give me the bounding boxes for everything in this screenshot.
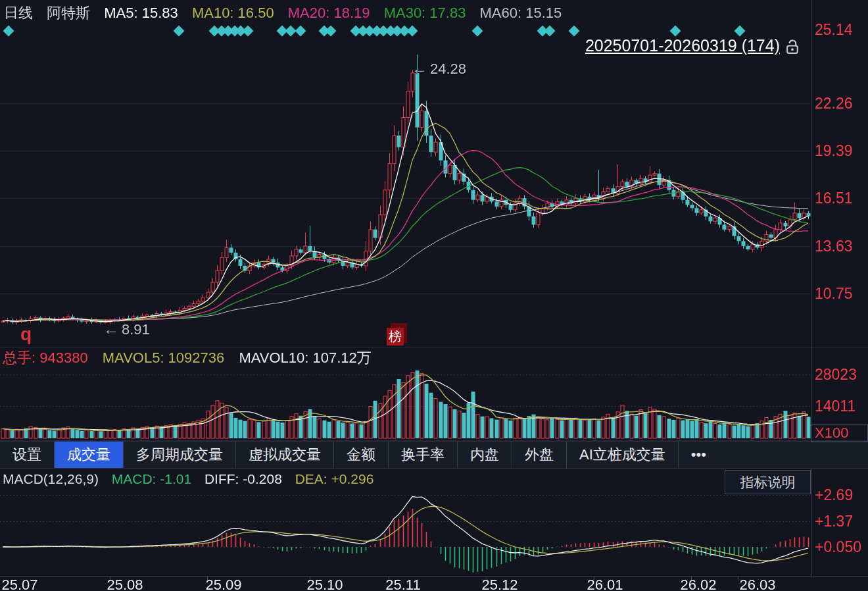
indicator-help-button[interactable]: 指标说明 xyxy=(725,470,811,494)
peak-price-value: 24.28 xyxy=(430,61,466,77)
volume-axis-label: 28023 xyxy=(815,366,857,384)
ma30-readout: MA30: 17.83 xyxy=(384,5,466,21)
time-axis-label: 26.02 xyxy=(680,577,716,591)
ranking-badge-label: 榜 xyxy=(387,328,404,346)
time-axis-label: 25.08 xyxy=(107,577,143,591)
time-axis-label: 26.01 xyxy=(587,577,623,591)
period-label[interactable]: 日线 xyxy=(4,5,33,21)
price-chart-canvas[interactable] xyxy=(0,0,868,591)
tab-0[interactable]: 设置 xyxy=(0,442,54,468)
volume-unit-label: X100 xyxy=(811,424,868,442)
time-axis-label: 26.03 xyxy=(739,577,775,591)
mavol5-readout: MAVOL5: 1092736 xyxy=(103,349,225,366)
ma10-readout: MA10: 16.50 xyxy=(192,5,274,21)
low-price-value: 8.91 xyxy=(122,321,150,338)
price-axis-label: 25.14 xyxy=(815,21,853,39)
macd-value: MACD: -1.01 xyxy=(112,471,191,486)
volume-header: 总手: 943380 MAVOL5: 1092736 MAVOL10: 107.… xyxy=(3,348,382,368)
unlock-icon[interactable] xyxy=(784,38,801,55)
tab-1[interactable]: 成交量 xyxy=(54,442,123,468)
price-axis-label: 10.75 xyxy=(815,285,853,303)
left-arrow-icon: ← xyxy=(412,59,427,77)
time-axis-label: 25.10 xyxy=(306,577,343,591)
mavol10-readout: MAVOL10: 107.12万 xyxy=(239,349,371,366)
left-arrow-icon: ← xyxy=(103,320,119,338)
time-axis-label: 25.07 xyxy=(1,577,37,591)
ranking-badge[interactable]: 榜 xyxy=(387,323,412,348)
date-range-control: 20250701-20260319 (174) xyxy=(585,36,801,55)
price-axis-label: 19.39 xyxy=(815,142,853,160)
indicator-tab-bar: 设置成交量多周期成交量虚拟成交量金额换手率内盘外盘AI立桩成交量••• xyxy=(0,441,868,469)
date-range-link[interactable]: 20250701-20260319 (174) xyxy=(585,36,780,55)
time-axis-label: 25.12 xyxy=(481,577,518,591)
tab-4[interactable]: 金额 xyxy=(333,442,388,468)
tab-3[interactable]: 虚拟成交量 xyxy=(235,442,333,468)
symbol-name[interactable]: 阿特斯 xyxy=(47,5,90,21)
tab-7[interactable]: 外盘 xyxy=(512,442,566,468)
tab-2[interactable]: 多周期成交量 xyxy=(123,442,235,468)
low-price-annotation: ←8.91 xyxy=(103,320,150,338)
peak-price-annotation: ←24.28 xyxy=(412,59,466,78)
q-event-marker: q xyxy=(20,324,32,345)
time-axis-label: 25.11 xyxy=(385,577,420,591)
tab-6[interactable]: 内盘 xyxy=(457,442,512,468)
macd-axis-label: +0.050 xyxy=(815,538,861,556)
tab-9[interactable]: ••• xyxy=(678,442,719,468)
macd-axis-label: +2.69 xyxy=(815,486,853,504)
macd-axis-label: +1.37 xyxy=(815,513,853,530)
price-axis-label: 22.26 xyxy=(815,95,853,113)
dea-value: DEA: +0.296 xyxy=(295,471,374,486)
total-volume-readout: 总手: 943380 xyxy=(3,349,88,366)
price-axis-label: 13.63 xyxy=(815,238,853,255)
volume-axis-label: 14011 xyxy=(815,398,856,415)
ma20-readout: MA20: 18.19 xyxy=(288,5,370,21)
chart-header: 日线 阿特斯 MA5: 15.83 MA10: 16.50 MA20: 18.1… xyxy=(4,3,571,23)
tab-5[interactable]: 换手率 xyxy=(388,442,457,468)
ma5-readout: MA5: 15.83 xyxy=(104,5,178,21)
tab-8[interactable]: AI立桩成交量 xyxy=(566,442,678,468)
macd-params: MACD(12,26,9) xyxy=(3,471,99,486)
diff-value: DIFF: -0.208 xyxy=(205,471,282,486)
price-axis-label: 16.51 xyxy=(815,190,853,207)
time-axis-label: 25.09 xyxy=(205,577,241,591)
macd-header: MACD(12,26,9) MACD: -1.01 DIFF: -0.208 D… xyxy=(3,471,383,487)
stock-chart-app: 日线 阿特斯 MA5: 15.83 MA10: 16.50 MA20: 18.1… xyxy=(0,0,868,591)
ma60-readout: MA60: 15.15 xyxy=(480,5,562,21)
